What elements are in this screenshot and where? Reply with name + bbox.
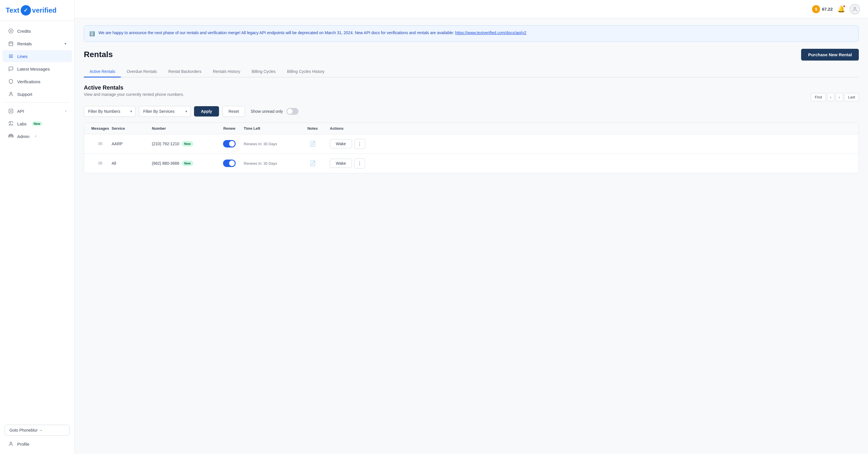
renew-toggle[interactable] xyxy=(223,160,236,167)
message-envelope-icon[interactable]: ✉ xyxy=(98,160,102,166)
main-content: $ 67.22 🔔 ℹ️ We are happy to announce th… xyxy=(74,0,868,454)
renew-cell xyxy=(215,140,244,148)
actions-cell: Wake ⋮ xyxy=(330,139,854,149)
sidebar-item-profile[interactable]: Profile xyxy=(2,438,72,450)
filters-row: Filter By Numbers Filter By Services App… xyxy=(84,106,859,117)
message-envelope-icon[interactable]: ✉ xyxy=(98,141,102,147)
page-header: Rentals Purchase New Rental xyxy=(84,49,859,61)
message-icon xyxy=(8,66,14,72)
tab-active-rentals[interactable]: Active Rentals xyxy=(84,66,121,77)
sidebar-nav: Credits Rentals ▾ Lines Latest Messages xyxy=(0,21,74,419)
apply-filter-button[interactable]: Apply xyxy=(194,106,219,117)
user-avatar[interactable] xyxy=(849,4,860,14)
tab-rentals-history[interactable]: Rentals History xyxy=(207,66,246,77)
purchase-new-rental-button[interactable]: Purchase New Rental xyxy=(801,49,859,61)
section-row: Active Rentals View and manage your curr… xyxy=(84,85,859,101)
show-unread-toggle[interactable] xyxy=(286,108,299,115)
pagination-next[interactable]: › xyxy=(836,93,843,101)
announcement-text: We are happy to announce the next phase … xyxy=(98,30,526,36)
page-title: Rentals xyxy=(84,50,113,59)
page-content: ℹ️ We are happy to announce the next pha… xyxy=(74,19,868,454)
notes-icon[interactable]: 📄 xyxy=(309,141,316,147)
sidebar-item-support-label: Support xyxy=(17,92,32,97)
number-cell: (210) 792-1210 New xyxy=(152,141,215,147)
new-badge: New xyxy=(182,161,193,166)
sidebar-item-lines[interactable]: Lines xyxy=(2,50,72,62)
notification-dot xyxy=(843,5,846,8)
logo-check-icon: ✓ xyxy=(21,5,31,15)
sidebar-item-verifications-label: Verifications xyxy=(17,79,40,84)
shield-icon xyxy=(8,78,14,85)
svg-point-14 xyxy=(854,7,856,9)
credits-balance: $ 67.22 xyxy=(812,5,833,13)
notes-cell: 📄 xyxy=(296,160,330,166)
svg-point-12 xyxy=(10,136,12,137)
number-cell: (662) 880-3666 New xyxy=(152,161,215,166)
sidebar-item-labs-label: Labs xyxy=(17,121,27,126)
filter-services-wrapper: Filter By Services xyxy=(139,106,191,117)
renew-cell xyxy=(215,160,244,167)
notes-icon[interactable]: 📄 xyxy=(309,160,316,166)
wake-button[interactable]: Wake xyxy=(330,159,352,168)
labs-icon xyxy=(8,121,14,127)
profile-icon xyxy=(8,441,14,447)
sidebar-item-credits[interactable]: Credits xyxy=(2,25,72,37)
show-unread-label: Show unread only xyxy=(251,109,283,114)
sidebar-item-latest-messages[interactable]: Latest Messages xyxy=(2,63,72,75)
pagination-prev[interactable]: ‹ xyxy=(827,93,834,101)
coin-icon: $ xyxy=(812,5,820,13)
wake-button[interactable]: Wake xyxy=(330,139,352,149)
admin-icon xyxy=(8,133,14,139)
credits-amount: 67.22 xyxy=(822,7,833,11)
notes-cell: 📄 xyxy=(296,141,330,147)
section-subtitle: View and manage your currently rented ph… xyxy=(84,92,184,97)
table-header: Messages Service Number Renew Time Left … xyxy=(84,123,859,134)
filter-numbers-select[interactable]: Filter By Numbers xyxy=(84,106,135,117)
svg-point-10 xyxy=(10,92,12,94)
sidebar-item-support[interactable]: Support xyxy=(2,88,72,100)
table-row: ✉ AARP (210) 792-1210 New Renews In: 30 … xyxy=(84,134,859,154)
coin-symbol: $ xyxy=(815,7,817,11)
sidebar-item-admin[interactable]: Admin ↗ xyxy=(2,130,72,142)
phone-number: (210) 792-1210 xyxy=(152,141,179,146)
sidebar-item-api-label: API xyxy=(17,109,24,114)
notifications-button[interactable]: 🔔 xyxy=(837,5,845,13)
th-number: Number xyxy=(152,126,215,131)
time-left-cell: Renews In: 30 Days xyxy=(244,161,296,166)
api-icon xyxy=(8,108,14,114)
filter-services-select[interactable]: Filter By Services xyxy=(139,106,191,117)
reset-filter-button[interactable]: Reset xyxy=(222,106,245,117)
sidebar-item-rentals-label: Rentals xyxy=(17,41,32,46)
more-options-button[interactable]: ⋮ xyxy=(354,139,365,149)
tab-billing-cycles-history[interactable]: Billing Cycles History xyxy=(281,66,330,77)
sidebar-item-lines-label: Lines xyxy=(17,54,28,59)
sidebar-item-rentals[interactable]: Rentals ▾ xyxy=(2,38,72,50)
announcement-link[interactable]: https://www.textverified.com/docs/api/v2 xyxy=(455,30,526,35)
sidebar: Text ✓ verified Credits Rentals ▾ Lines xyxy=(0,0,74,454)
sidebar-item-labs[interactable]: Labs New xyxy=(2,118,72,130)
sidebar-item-latest-messages-label: Latest Messages xyxy=(17,67,50,71)
new-badge: New xyxy=(182,141,193,147)
goto-phoneblur-button[interactable]: Goto Phoneblur → xyxy=(5,425,70,435)
tab-rental-backorders[interactable]: Rental Backorders xyxy=(163,66,207,77)
tab-billing-cycles[interactable]: Billing Cycles xyxy=(246,66,281,77)
calendar-icon xyxy=(8,41,14,46)
more-options-button[interactable]: ⋮ xyxy=(354,158,365,168)
sidebar-item-verifications[interactable]: Verifications xyxy=(2,75,72,88)
labs-new-badge: New xyxy=(32,121,42,126)
tab-overdue-rentals[interactable]: Overdue Rentals xyxy=(121,66,162,77)
topbar: $ 67.22 🔔 xyxy=(74,0,868,19)
sidebar-item-api[interactable]: API › xyxy=(2,105,72,117)
sidebar-item-profile-label: Profile xyxy=(17,442,30,447)
th-messages: Messages xyxy=(89,126,112,131)
pagination-first[interactable]: First xyxy=(811,93,826,101)
pagination-last[interactable]: Last xyxy=(844,93,859,101)
th-service: Service xyxy=(112,126,152,131)
renew-toggle[interactable] xyxy=(223,140,236,148)
service-name: All xyxy=(112,161,116,166)
toggle-slider xyxy=(286,108,299,115)
messages-cell: ✉ xyxy=(89,160,112,166)
time-left-cell: Renews In: 30 Days xyxy=(244,142,296,146)
service-cell: AARP xyxy=(112,141,152,146)
filter-numbers-wrapper: Filter By Numbers xyxy=(84,106,135,117)
